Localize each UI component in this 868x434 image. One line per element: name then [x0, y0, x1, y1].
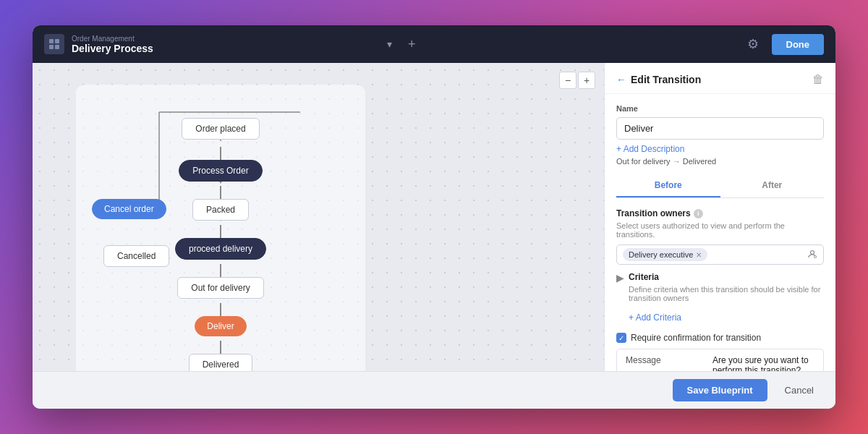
done-button[interactable]: Done — [772, 34, 825, 55]
tab-after[interactable]: After — [720, 174, 825, 197]
confirm-section: ✓ Require confirmation for transition Me… — [616, 333, 824, 371]
svg-rect-1 — [55, 39, 59, 43]
cancel-button[interactable]: Cancel — [775, 379, 824, 401]
main-content: − + — [33, 63, 835, 371]
tab-before[interactable]: Before — [616, 174, 720, 197]
transition-direction: Out for delivery → Delivered — [616, 157, 824, 166]
header-title-group: Order Management Delivery Process — [72, 35, 377, 54]
info-icon[interactable]: i — [694, 209, 703, 218]
delete-button[interactable]: 🗑 — [812, 73, 824, 86]
message-row: Message Are you sure you want to perform… — [617, 349, 823, 371]
add-tab-button[interactable]: + — [402, 34, 422, 55]
chevron-down-icon[interactable]: ▾ — [384, 35, 395, 53]
node-process-order[interactable]: Process Order — [179, 160, 262, 182]
require-confirm-label: Require confirmation for transition — [631, 333, 761, 343]
back-button[interactable]: ← — [616, 74, 626, 85]
confirm-table: Message Are you sure you want to perform… — [616, 349, 824, 371]
node-order-placed[interactable]: Order placed — [182, 118, 259, 140]
breadcrumb: Order Management — [72, 35, 377, 43]
app-window: Order Management Delivery Process ▾ + ⚙ … — [33, 25, 835, 409]
name-input[interactable] — [616, 117, 824, 140]
panel-header: ← Edit Transition 🗑 — [605, 63, 835, 94]
node-proceed-delivery[interactable]: proceed delivery — [175, 238, 266, 260]
right-panel: ← Edit Transition 🗑 Name + Add Descripti… — [604, 63, 835, 371]
transition-owners-title: Transition owners i — [616, 208, 824, 218]
require-confirm-checkbox[interactable]: ✓ — [616, 333, 626, 343]
criteria-desc: Define criteria when this transition sho… — [629, 285, 824, 302]
criteria-expand-button[interactable]: ▶ — [616, 272, 624, 284]
panel-body: Name + Add Description Out for delivery … — [605, 94, 835, 371]
node-deliver[interactable]: Deliver — [195, 316, 246, 336]
name-label: Name — [616, 104, 824, 113]
svg-point-19 — [811, 250, 814, 254]
canvas-area[interactable]: − + — [33, 63, 604, 371]
transition-owners-desc: Select users authorized to view and perf… — [616, 221, 824, 239]
zoom-in-button[interactable]: + — [578, 72, 595, 89]
footer: Save Blueprint Cancel — [33, 371, 835, 409]
app-icon — [44, 34, 64, 54]
require-confirm-row: ✓ Require confirmation for transition — [616, 333, 824, 343]
add-owner-icon[interactable] — [807, 249, 817, 261]
header: Order Management Delivery Process ▾ + ⚙ … — [33, 25, 835, 63]
criteria-title: Criteria — [629, 272, 824, 282]
node-packed[interactable]: Packed — [192, 199, 249, 221]
save-blueprint-button[interactable]: Save Blueprint — [673, 379, 767, 401]
node-out-for-delivery[interactable]: Out for delivery — [177, 277, 263, 299]
node-cancel-order[interactable]: Cancel order — [92, 199, 166, 219]
node-delivered[interactable]: Delivered — [189, 354, 253, 371]
add-criteria-link[interactable]: + Add Criteria — [629, 312, 681, 323]
owners-input[interactable]: Delivery executive ✕ — [616, 244, 824, 265]
page-title: Delivery Process — [72, 43, 377, 54]
svg-rect-2 — [49, 45, 54, 49]
add-description-link[interactable]: + Add Description — [616, 144, 684, 154]
tag-remove-button[interactable]: ✕ — [696, 251, 702, 259]
panel-title: Edit Transition — [631, 74, 812, 85]
tabs: Before After — [616, 174, 824, 198]
svg-rect-0 — [49, 39, 54, 43]
zoom-out-button[interactable]: − — [559, 72, 576, 89]
svg-rect-3 — [55, 45, 59, 49]
zoom-controls: − + — [559, 72, 595, 89]
settings-icon[interactable]: ⚙ — [741, 33, 765, 55]
flow-diagram: Order placed Process Order — [76, 85, 365, 371]
owner-tag: Delivery executive ✕ — [623, 248, 707, 261]
node-cancelled[interactable]: Cancelled — [103, 245, 169, 267]
criteria-section: ▶ Criteria Define criteria when this tra… — [616, 272, 824, 326]
